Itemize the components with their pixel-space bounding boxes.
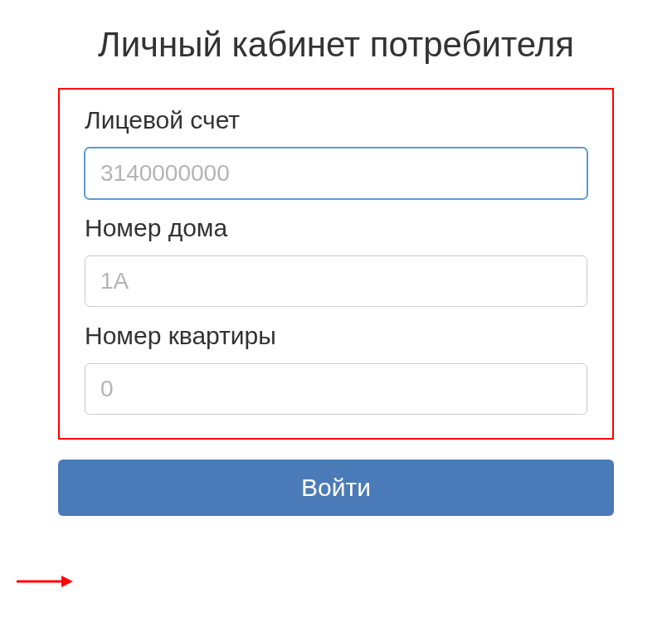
arrow-right-icon: [15, 573, 75, 590]
login-button[interactable]: Войти: [58, 460, 614, 516]
house-field-group: Номер дома: [85, 214, 587, 307]
svg-marker-1: [61, 576, 73, 587]
apartment-label: Номер квартиры: [85, 322, 587, 350]
page-title: Личный кабинет потребителя: [58, 25, 614, 65]
login-form-highlight-box: Лицевой счет Номер дома Номер квартиры: [58, 88, 614, 440]
account-input[interactable]: [85, 148, 587, 199]
house-label: Номер дома: [85, 214, 587, 242]
account-label: Лицевой счет: [85, 106, 587, 134]
apartment-input[interactable]: [85, 363, 587, 415]
apartment-field-group: Номер квартиры: [85, 322, 587, 415]
account-field-group: Лицевой счет: [85, 106, 587, 199]
house-input[interactable]: [85, 255, 587, 307]
